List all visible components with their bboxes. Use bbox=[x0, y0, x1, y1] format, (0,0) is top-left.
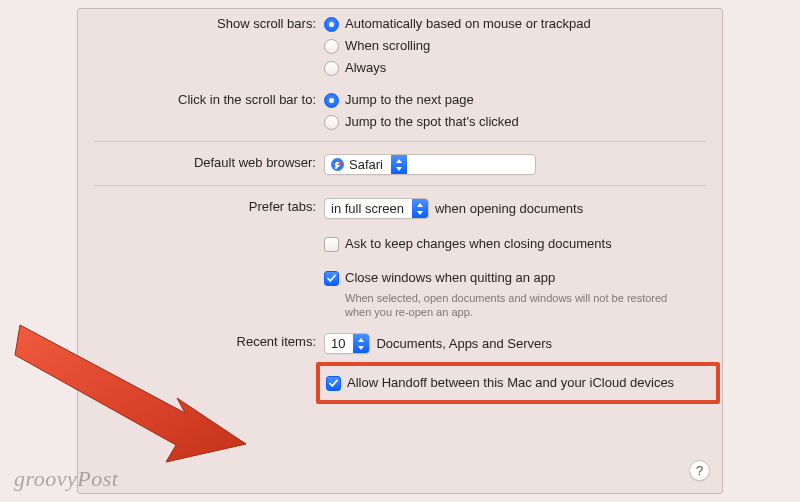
row-default-browser: Default web browser: Safari bbox=[78, 154, 722, 175]
safari-icon bbox=[331, 158, 344, 171]
radio-scroll-always[interactable] bbox=[324, 61, 339, 76]
radio-label-scroll-always: Always bbox=[345, 59, 386, 77]
label-close-windows: Close windows when quitting an app bbox=[345, 269, 555, 287]
radio-scroll-scrolling[interactable] bbox=[324, 39, 339, 54]
divider bbox=[94, 185, 706, 186]
updown-icon bbox=[412, 199, 428, 218]
updown-icon bbox=[391, 155, 407, 174]
label-recent-items: Recent items: bbox=[78, 333, 324, 349]
label-ask-changes: Ask to keep changes when closing documen… bbox=[345, 235, 612, 253]
divider bbox=[94, 141, 706, 142]
help-icon: ? bbox=[696, 463, 703, 478]
label-scroll-bars: Show scroll bars: bbox=[78, 15, 324, 31]
radio-label-click-nextpage: Jump to the next page bbox=[345, 91, 474, 109]
label-handoff: Allow Handoff between this Mac and your … bbox=[347, 374, 674, 392]
radio-click-nextpage[interactable] bbox=[324, 93, 339, 108]
highlight-box-handoff: Allow Handoff between this Mac and your … bbox=[316, 362, 720, 404]
radio-label-click-spot: Jump to the spot that's clicked bbox=[345, 113, 519, 131]
select-tabs-value: in full screen bbox=[331, 200, 404, 218]
checkbox-ask-changes[interactable] bbox=[324, 237, 339, 252]
desc-close-windows: When selected, open documents and window… bbox=[324, 291, 694, 319]
select-browser-value: Safari bbox=[349, 156, 383, 174]
radio-click-spot[interactable] bbox=[324, 115, 339, 130]
radio-label-scroll-auto: Automatically based on mouse or trackpad bbox=[345, 15, 591, 33]
watermark: groovyPost bbox=[14, 466, 118, 492]
row-recent-items: Recent items: 10 Documents, Apps and Ser… bbox=[78, 333, 722, 404]
radio-scroll-auto[interactable] bbox=[324, 17, 339, 32]
radio-label-scroll-scrolling: When scrolling bbox=[345, 37, 430, 55]
updown-icon bbox=[353, 334, 369, 353]
row-prefer-tabs: Prefer tabs: in full screen when opening… bbox=[78, 198, 722, 319]
select-recent-items[interactable]: 10 bbox=[324, 333, 370, 354]
recent-items-suffix: Documents, Apps and Servers bbox=[376, 335, 552, 353]
select-prefer-tabs[interactable]: in full screen bbox=[324, 198, 429, 219]
label-prefer-tabs: Prefer tabs: bbox=[78, 198, 324, 214]
help-button[interactable]: ? bbox=[689, 460, 710, 481]
row-scroll-bars: Show scroll bars: Automatically based on… bbox=[78, 15, 722, 77]
prefer-tabs-suffix: when opening documents bbox=[435, 200, 583, 218]
general-preferences-panel: Show scroll bars: Automatically based on… bbox=[77, 8, 723, 494]
label-click-scrollbar: Click in the scroll bar to: bbox=[78, 91, 324, 107]
row-click-scrollbar: Click in the scroll bar to: Jump to the … bbox=[78, 91, 722, 131]
select-default-browser[interactable]: Safari bbox=[324, 154, 536, 175]
select-recent-value: 10 bbox=[331, 335, 345, 353]
label-default-browser: Default web browser: bbox=[78, 154, 324, 170]
checkbox-handoff[interactable] bbox=[326, 376, 341, 391]
checkbox-close-windows[interactable] bbox=[324, 271, 339, 286]
